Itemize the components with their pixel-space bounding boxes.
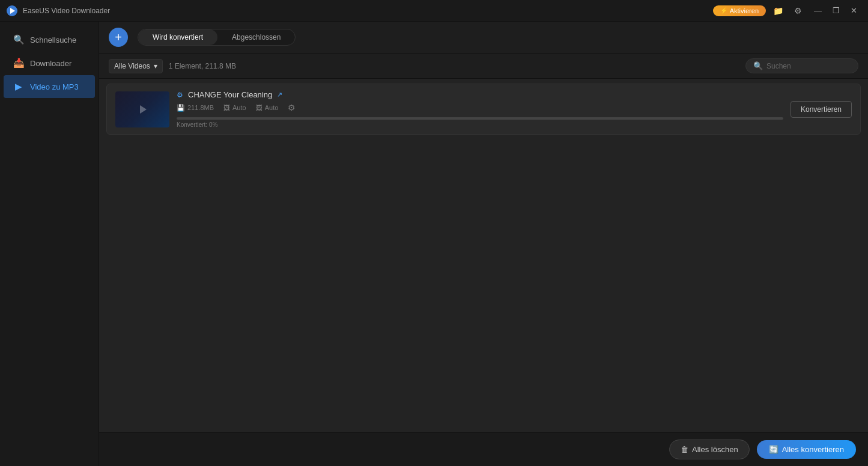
sidebar-item-downloader[interactable]: 📥 Downloader (4, 52, 95, 75)
maximize-button[interactable]: ❐ (828, 5, 845, 16)
minimize-button[interactable]: — (809, 5, 827, 16)
sidebar: 🔍 Schnellsuche 📥 Downloader ▶ Video zu M… (0, 22, 99, 466)
app-title: EaseUS Video Downloader (23, 7, 110, 15)
alles-loschen-label: Alles löschen (692, 445, 738, 454)
content-area: + Wird konvertiert Abgeschlossen Alle Vi… (99, 22, 868, 466)
meta-audio: 🖼 Auto (223, 104, 246, 111)
progress-bar-background (177, 117, 783, 120)
title-bar: EaseUS Video Downloader Aktivieren 📁 ⚙ —… (0, 0, 868, 22)
external-link-icon[interactable]: ↗ (277, 91, 282, 99)
activate-button[interactable]: Aktivieren (713, 5, 766, 16)
play-icon: ▶ (13, 81, 24, 92)
chevron-down-icon: ▾ (154, 62, 157, 70)
filter-dropdown-label: Alle Videos (114, 62, 150, 70)
svg-marker-2 (140, 105, 147, 114)
video-info: ⚙ CHANGE Your Cleaning ↗ 💾 211.8MB 🖼 Aut… (177, 90, 783, 128)
alles-konvertieren-label: Alles konvertieren (782, 445, 844, 454)
video-thumbnail (115, 91, 169, 127)
filter-dropdown[interactable]: Alle Videos ▾ (109, 59, 163, 73)
meta-filesize: 💾 211.8MB (177, 104, 214, 112)
window-controls: — ❐ ✕ (809, 5, 862, 16)
item-count: 1 Element, 211.8 MB (169, 62, 236, 70)
sidebar-label-video-zu-mp3: Video zu MP3 (30, 82, 79, 91)
filter-bar: Alle Videos ▾ 1 Element, 211.8 MB 🔍 (99, 54, 868, 79)
title-bar-right: Aktivieren 📁 ⚙ — ❐ ✕ (713, 5, 862, 17)
close-button[interactable]: ✕ (846, 5, 862, 16)
video-title-row: ⚙ CHANGE Your Cleaning ↗ (177, 90, 783, 99)
video-settings-icon[interactable]: ⚙ (288, 103, 296, 112)
audio-value: Auto (232, 104, 246, 111)
table-row: ⚙ CHANGE Your Cleaning ↗ 💾 211.8MB 🖼 Aut… (106, 84, 861, 135)
sidebar-item-video-zu-mp3[interactable]: ▶ Video zu MP3 (4, 75, 95, 98)
settings-button[interactable]: ⚙ (791, 5, 806, 17)
video-format-value: Auto (265, 104, 279, 111)
audio-icon: 🖼 (223, 104, 230, 111)
search-box: 🔍 (745, 58, 858, 73)
main-layout: 🔍 Schnellsuche 📥 Downloader ▶ Video zu M… (0, 22, 868, 466)
download-icon: 📥 (13, 58, 24, 69)
progress-area: Konvertiert: 0% (177, 117, 783, 128)
tab-wird-konvertiert[interactable]: Wird konvertiert (138, 29, 217, 45)
alles-loschen-button[interactable]: 🗑 Alles löschen (669, 440, 750, 459)
tab-group: Wird konvertiert Abgeschlossen (138, 29, 296, 46)
sidebar-label-downloader: Downloader (30, 59, 71, 68)
meta-video: 🖼 Auto (256, 104, 279, 111)
video-title: CHANGE Your Cleaning (188, 90, 272, 99)
alles-konvertieren-button[interactable]: 🔄 Alles konvertieren (757, 440, 856, 459)
folder-button[interactable]: 📁 (769, 5, 787, 17)
search-icon: 🔍 (13, 34, 24, 45)
title-bar-left: EaseUS Video Downloader (6, 5, 110, 17)
sidebar-label-schnellsuche: Schnellsuche (30, 35, 76, 44)
bottom-bar: 🗑 Alles löschen 🔄 Alles konvertieren (99, 432, 868, 466)
content-top-bar: + Wird konvertiert Abgeschlossen (99, 22, 868, 54)
search-icon: 🔍 (753, 61, 763, 70)
video-meta: 💾 211.8MB 🖼 Auto 🖼 Auto ⚙ (177, 103, 783, 112)
video-list: ⚙ CHANGE Your Cleaning ↗ 💾 211.8MB 🖼 Aut… (99, 79, 868, 432)
filesize-icon: 💾 (177, 104, 185, 112)
sidebar-item-schnellsuche[interactable]: 🔍 Schnellsuche (4, 28, 95, 51)
progress-text: Konvertiert: 0% (177, 121, 783, 128)
thumbnail-image (115, 91, 169, 127)
tab-abgeschlossen[interactable]: Abgeschlossen (217, 29, 295, 45)
video-icon: 🖼 (256, 104, 263, 111)
source-icon: ⚙ (177, 91, 183, 99)
add-button[interactable]: + (109, 28, 128, 47)
search-input[interactable] (766, 62, 851, 70)
filter-left: Alle Videos ▾ 1 Element, 211.8 MB (109, 59, 236, 73)
convert-icon: 🔄 (769, 445, 778, 454)
app-logo-icon (6, 5, 18, 17)
trash-icon: 🗑 (681, 445, 688, 454)
konvertieren-button[interactable]: Konvertieren (791, 101, 852, 118)
filesize-value: 211.8MB (187, 104, 214, 111)
